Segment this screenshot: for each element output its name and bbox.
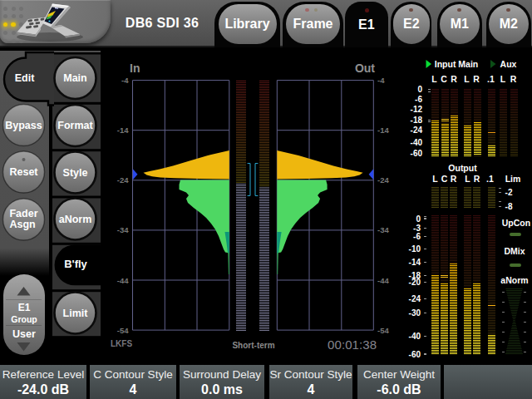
svg-text:-54: -54 — [377, 326, 389, 335]
svg-text:-44: -44 — [117, 276, 129, 285]
svg-text:LKFS: LKFS — [111, 339, 132, 348]
svg-text:-24: -24 — [117, 175, 129, 185]
svg-text:-34: -34 — [117, 225, 129, 234]
svg-text:-14: -14 — [117, 126, 129, 135]
svg-text:-14: -14 — [377, 126, 389, 135]
svg-text:-44: -44 — [377, 276, 389, 285]
svg-text:00:01:38: 00:01:38 — [328, 337, 377, 352]
svg-text:Out: Out — [355, 62, 375, 75]
svg-text:-4: -4 — [377, 76, 385, 85]
svg-text:-24: -24 — [377, 175, 389, 185]
svg-text:In: In — [130, 62, 140, 75]
svg-text:-34: -34 — [377, 225, 389, 234]
svg-text:-54: -54 — [117, 326, 129, 335]
svg-text:Short-term: Short-term — [232, 341, 274, 350]
svg-text:-4: -4 — [121, 76, 129, 85]
